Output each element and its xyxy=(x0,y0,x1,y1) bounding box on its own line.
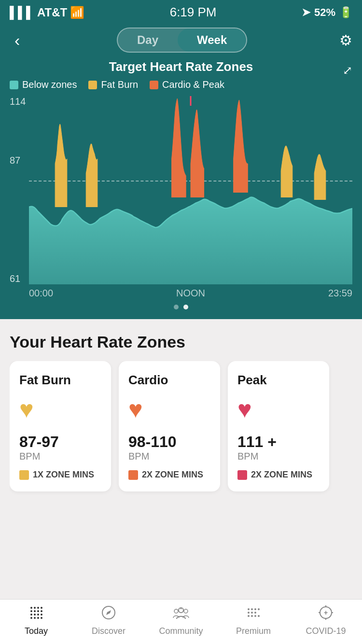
svg-point-20 xyxy=(184,609,188,613)
legend-dot-below xyxy=(10,81,18,89)
today-icon xyxy=(29,605,43,623)
svg-point-31 xyxy=(254,615,256,617)
legend-label-fatburn: Fat Burn xyxy=(101,79,138,90)
fatburn-bpm-label: BPM xyxy=(19,451,101,462)
svg-point-25 xyxy=(258,608,260,610)
today-label: Today xyxy=(25,626,48,636)
cardio-bpm-range: 98-110 xyxy=(128,433,210,451)
svg-point-27 xyxy=(251,612,253,614)
week-toggle[interactable]: Week xyxy=(178,28,246,52)
cardio-mins-dot xyxy=(128,470,138,480)
legend-dot-cardio xyxy=(150,81,158,89)
legend-below-zones: Below zones xyxy=(10,79,77,90)
time-start: 00:00 xyxy=(29,288,53,299)
svg-point-7 xyxy=(41,610,42,612)
peak-mins-dot xyxy=(237,470,247,480)
header: ‹ Day Week ⚙ xyxy=(0,23,362,53)
spike-3 xyxy=(172,98,186,197)
back-button[interactable]: ‹ xyxy=(10,29,25,52)
time-noon: NOON xyxy=(176,288,205,299)
nav-item-today[interactable]: Today xyxy=(12,605,60,636)
svg-point-0 xyxy=(30,607,32,609)
below-zones-fill xyxy=(29,197,352,284)
day-week-toggle[interactable]: Day Week xyxy=(117,28,247,53)
zones-section: Your Heart Rate Zones Fat Burn ♥ 87-97 B… xyxy=(0,319,362,503)
nav-item-discover[interactable]: Discover xyxy=(84,605,133,636)
status-time: 6:19 PM xyxy=(170,5,217,20)
fatburn-mins-label: 1X ZONE MINS xyxy=(33,470,94,480)
community-label: Community xyxy=(159,626,203,636)
chart-section: Target Heart Rate Zones ⤢ Below zones Fa… xyxy=(0,53,362,319)
svg-point-3 xyxy=(41,607,42,609)
cardio-heart-icon: ♥ xyxy=(128,395,210,423)
svg-point-1 xyxy=(34,607,36,609)
chart-legend: Below zones Fat Burn Cardio & Peak xyxy=(10,79,352,90)
carrier-label: AT&T xyxy=(37,6,67,19)
cardio-mins-label: 2X ZONE MINS xyxy=(142,470,203,480)
cardio-bpm-label: BPM xyxy=(128,451,210,462)
svg-point-23 xyxy=(251,608,253,610)
spike-6 xyxy=(281,146,292,197)
nav-item-community[interactable]: Community xyxy=(157,605,205,636)
time-axis-labels: 00:00 NOON 23:59 xyxy=(29,288,352,299)
page-dot-2 xyxy=(183,305,188,309)
legend-cardio-peak: Cardio & Peak xyxy=(150,79,224,90)
svg-point-30 xyxy=(251,615,253,617)
svg-point-26 xyxy=(248,612,250,614)
spike-2 xyxy=(86,144,97,207)
svg-point-15 xyxy=(41,617,42,619)
svg-point-12 xyxy=(30,617,32,619)
peak-card-title: Peak xyxy=(237,373,320,388)
peak-heart-icon: ♥ xyxy=(237,395,320,423)
peak-bpm-range: 111 + xyxy=(237,433,320,451)
svg-point-10 xyxy=(37,614,39,616)
y-max-label: 114 xyxy=(10,96,26,107)
svg-point-8 xyxy=(30,614,32,616)
legend-dot-fatburn xyxy=(88,81,97,89)
svg-point-6 xyxy=(37,610,39,612)
page-indicator xyxy=(10,305,352,309)
svg-point-19 xyxy=(174,609,178,613)
chart-svg xyxy=(29,96,352,284)
discover-label: Discover xyxy=(92,626,125,636)
legend-fat-burn: Fat Burn xyxy=(88,79,138,90)
page-dot-1 xyxy=(174,305,179,309)
chart-svg-container xyxy=(29,96,352,284)
y-min-label: 61 xyxy=(10,273,26,284)
covid-icon: + xyxy=(319,605,333,623)
battery-icon: 🔋 xyxy=(339,6,352,19)
bottom-nav: Today Discover Community xyxy=(0,599,362,644)
nav-item-covid[interactable]: + COVID-19 xyxy=(302,605,350,636)
peak-zone-mins: 2X ZONE MINS xyxy=(237,470,320,480)
fatburn-card-title: Fat Burn xyxy=(19,373,101,388)
svg-point-24 xyxy=(254,608,256,610)
zones-title: Your Heart Rate Zones xyxy=(10,333,352,351)
svg-point-22 xyxy=(248,608,250,610)
expand-button[interactable]: ⤢ xyxy=(343,64,352,77)
spike-4 xyxy=(191,110,204,197)
peak-mins-label: 2X ZONE MINS xyxy=(251,470,312,480)
svg-point-5 xyxy=(34,610,36,612)
nav-item-premium[interactable]: Premium xyxy=(229,605,278,636)
svg-point-2 xyxy=(37,607,39,609)
cardio-zone-mins: 2X ZONE MINS xyxy=(128,470,210,480)
day-toggle[interactable]: Day xyxy=(118,28,178,52)
svg-point-14 xyxy=(37,617,39,619)
spike-7 xyxy=(314,154,326,200)
spike-1 xyxy=(55,124,67,207)
svg-marker-17 xyxy=(106,610,111,615)
status-right: ➤ 52% 🔋 xyxy=(302,6,352,19)
heart-rate-chart: 114 87 00 61 xyxy=(10,96,352,299)
y-axis-labels: 114 87 00 61 xyxy=(10,96,26,284)
fatburn-bpm-range: 87-97 xyxy=(19,433,101,451)
settings-button[interactable]: ⚙ xyxy=(339,32,352,49)
zone-card-cardio: Cardio ♥ 98-110 BPM 2X ZONE MINS xyxy=(119,361,220,491)
cardio-card-title: Cardio xyxy=(128,373,210,388)
location-icon: ➤ xyxy=(302,6,310,19)
svg-point-28 xyxy=(254,612,256,614)
wifi-icon: 📶 xyxy=(70,6,84,19)
signal-icon: ▌▌▌ xyxy=(10,6,34,19)
spike-5 xyxy=(234,100,248,193)
battery-label: 52% xyxy=(314,6,335,19)
discover-icon xyxy=(101,605,116,623)
